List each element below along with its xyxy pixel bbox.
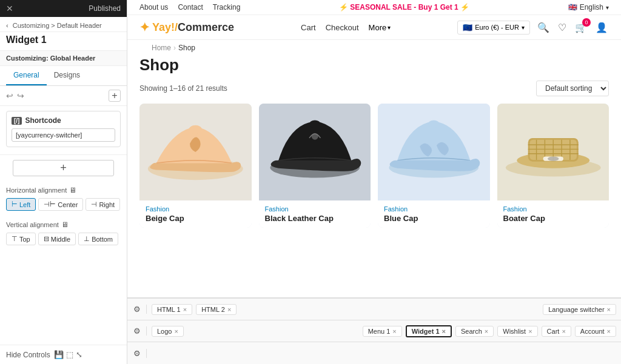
- contact-link[interactable]: Contact: [178, 3, 203, 12]
- align-middle-button[interactable]: ⊟ Middle: [38, 233, 76, 245]
- chip-search-close[interactable]: ×: [485, 328, 488, 335]
- chip-account-close[interactable]: ×: [607, 328, 611, 335]
- horizontal-alignment-label: Horizontal alignment 🖥: [6, 186, 121, 194]
- chip-wishlist-close[interactable]: ×: [528, 328, 532, 335]
- row3-gear-icon[interactable]: ⚙: [127, 349, 147, 358]
- customizing-label: Customizing: Global Header: [0, 50, 127, 66]
- chip-language-close[interactable]: ×: [607, 306, 611, 313]
- product-card-blue-cap[interactable]: Fashion Blue Cap: [378, 104, 490, 228]
- logo-commerce: Commerce: [178, 21, 234, 33]
- back-arrow-icon[interactable]: ‹: [6, 22, 8, 29]
- language-label[interactable]: English: [580, 3, 603, 12]
- product-name-black: Black Leather Cap: [265, 214, 365, 223]
- chip-account[interactable]: Account ×: [575, 326, 616, 337]
- add-block-center-button[interactable]: +: [13, 160, 114, 176]
- chip-html2-close[interactable]: ×: [227, 306, 231, 313]
- chip-wishlist[interactable]: Wishlist ×: [497, 326, 537, 337]
- about-us-link[interactable]: About us: [139, 3, 168, 12]
- tabs-row: General Designs: [0, 66, 127, 86]
- wishlist-button[interactable]: ♡: [557, 21, 568, 35]
- chip-html1[interactable]: HTML 1 ×: [152, 304, 192, 315]
- align-right-button[interactable]: ⊣ Right: [86, 198, 120, 211]
- align-center-button[interactable]: ⊣⊢ Center: [38, 198, 83, 211]
- svg-point-6: [428, 120, 439, 128]
- breadcrumb-text: Customizing > Default Header: [13, 22, 102, 29]
- chip-logo-close[interactable]: ×: [174, 328, 178, 335]
- product-image-black-cap: [259, 104, 371, 200]
- align-bottom-button[interactable]: ⊥ Bottom: [78, 233, 118, 245]
- product-card-beige-cap[interactable]: Fashion Beige Cap: [139, 104, 252, 228]
- vertical-alignment-btns: ⊤ Top ⊟ Middle ⊥ Bottom: [6, 233, 121, 245]
- redo-icon[interactable]: ↪: [17, 91, 24, 101]
- cart-button[interactable]: 🛒0: [574, 21, 588, 35]
- account-button[interactable]: 👤: [594, 21, 609, 35]
- monitor-icon: 🖥: [69, 186, 76, 194]
- horizontal-alignment-btns: ⊢ Left ⊣⊢ Center ⊣ Right: [6, 198, 121, 211]
- align-left-button[interactable]: ⊢ Left: [6, 198, 36, 211]
- product-card-boater-cap[interactable]: Fashion Boater Cap: [497, 104, 609, 228]
- row1-chips: HTML 1 × HTML 2 × Language switcher ×: [147, 304, 621, 315]
- hide-controls[interactable]: Hide Controls 💾 ⬚ ⤡: [0, 345, 127, 364]
- vertical-alignment-section: Vertical alignment 🖥 ⊤ Top ⊟ Middle ⊥ Bo…: [0, 216, 127, 250]
- checkout-nav-link[interactable]: Checkout: [326, 23, 359, 32]
- shortcode-header: [/] Shortcode: [12, 116, 115, 125]
- breadcrumb-section: ‹ Customizing > Default Header: [0, 17, 127, 32]
- undo-redo: ↩ ↪: [6, 91, 24, 101]
- chip-html2[interactable]: HTML 2 ×: [196, 304, 237, 315]
- shop-title: Shop: [139, 56, 609, 74]
- tab-general[interactable]: General: [6, 66, 47, 85]
- chip-html1-close[interactable]: ×: [183, 306, 187, 313]
- chip-search-label: Search: [461, 328, 482, 335]
- product-name-beige: Beige Cap: [146, 214, 246, 223]
- monitor-v-icon: 🖥: [61, 220, 69, 229]
- row2-gear-icon[interactable]: ⚙: [127, 326, 147, 336]
- currency-flag-icon: 🇪🇺: [463, 23, 472, 32]
- align-center-icon: ⊣⊢: [44, 200, 56, 208]
- shortcode-input[interactable]: [12, 128, 115, 142]
- widget-row-3: ⚙: [127, 342, 621, 364]
- chip-cart[interactable]: Cart ×: [542, 326, 571, 337]
- currency-label: Euro (€) - EUR: [475, 24, 519, 31]
- tracking-link[interactable]: Tracking: [213, 3, 241, 12]
- product-card-black-cap[interactable]: Fashion Black Leather Cap: [259, 104, 371, 228]
- breadcrumb-current: Shop: [178, 44, 195, 52]
- chip-menu1-close[interactable]: ×: [392, 328, 396, 335]
- align-left-icon: ⊢: [12, 200, 18, 208]
- top-bar: ✕ Published: [0, 0, 127, 17]
- save-disk-icon[interactable]: 💾: [54, 350, 64, 359]
- currency-selector[interactable]: 🇪🇺 Euro (€) - EUR ▾: [457, 21, 530, 35]
- chevron-more-icon: ▾: [388, 24, 391, 31]
- logo-yay: Yay!: [152, 21, 175, 33]
- add-block-button[interactable]: +: [109, 90, 121, 102]
- product-name-boater: Boater Cap: [503, 214, 603, 223]
- sort-select[interactable]: Default sorting: [536, 81, 609, 96]
- breadcrumb-home[interactable]: Home: [152, 44, 171, 52]
- chip-cart-close[interactable]: ×: [562, 328, 565, 335]
- chip-wishlist-label: Wishlist: [503, 328, 526, 335]
- chip-search[interactable]: Search ×: [455, 326, 494, 337]
- toolbar-row: ↩ ↪ +: [0, 86, 127, 106]
- tab-designs[interactable]: Designs: [47, 66, 87, 85]
- chip-menu1[interactable]: Menu 1 ×: [363, 326, 402, 337]
- left-panel: ✕ Published ‹ Customizing > Default Head…: [0, 0, 127, 364]
- main-area: About us Contact Tracking ⚡ SEASONAL SAL…: [127, 0, 621, 364]
- chip-language-switcher[interactable]: Language switcher ×: [543, 304, 616, 315]
- chip-cart-label: Cart: [547, 328, 560, 335]
- chip-logo[interactable]: Logo ×: [152, 326, 184, 337]
- close-icon[interactable]: ✕: [6, 4, 13, 13]
- preview-icon[interactable]: ⬚: [66, 350, 73, 359]
- product-image-beige-cap: [139, 104, 252, 200]
- chip-widget1[interactable]: Widget 1 ×: [406, 325, 452, 337]
- search-button[interactable]: 🔍: [536, 21, 551, 35]
- chip-html2-label: HTML 2: [201, 306, 225, 313]
- chip-widget1-label: Widget 1: [412, 328, 440, 335]
- more-nav-button[interactable]: More ▾: [369, 23, 391, 32]
- cart-nav-link[interactable]: Cart: [301, 23, 316, 32]
- row1-gear-icon[interactable]: ⚙: [127, 305, 147, 314]
- align-top-button[interactable]: ⊤ Top: [6, 233, 36, 245]
- undo-icon[interactable]: ↩: [6, 91, 13, 101]
- shop-results: Showing 1–16 of 21 results: [139, 84, 227, 93]
- expand-icon[interactable]: ⤡: [76, 350, 82, 359]
- store-logo: ✦ Yay!/Commerce: [139, 20, 234, 35]
- chip-widget1-close[interactable]: ×: [442, 328, 446, 335]
